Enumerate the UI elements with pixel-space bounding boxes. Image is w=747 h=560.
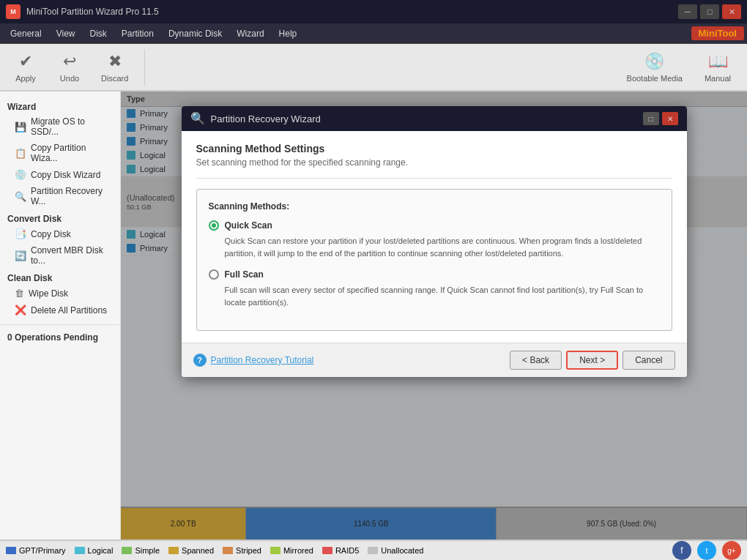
legend-label-striped: Striped [236,546,261,555]
back-button[interactable]: < Back [510,351,562,370]
modal-close-button[interactable]: ✕ [662,112,678,125]
footer-right: < Back Next > Cancel [510,351,674,370]
menu-disk[interactable]: Disk [83,26,114,42]
app-icon: M [6,4,21,19]
sidebar-item-wipe-disk[interactable]: 🗑 Wipe Disk [0,285,120,302]
next-button[interactable]: Next > [566,351,618,370]
wipe-disk-label: Wipe Disk [29,288,68,299]
tutorial-link[interactable]: Partition Recovery Tutorial [211,355,314,365]
full-scan-row[interactable]: Full Scan [209,269,660,280]
twitter-button[interactable]: t [697,541,716,560]
legend-color-raid5 [322,547,332,554]
manual-button[interactable]: 📖 Manual [696,49,740,86]
logo-mini: Mini [699,28,718,39]
partition-recovery-label: Partition Recovery W... [31,186,113,206]
sidebar-item-copy-partition[interactable]: 📋 Copy Partition Wiza... [0,140,120,166]
convert-disk-section-label: Convert Disk [0,209,120,225]
menu-wizard[interactable]: Wizard [229,26,271,42]
menu-general[interactable]: General [3,26,49,42]
copy-partition-label: Copy Partition Wiza... [31,143,113,163]
googleplus-button[interactable]: g+ [722,541,741,560]
legend-color-striped [223,547,233,554]
discard-icon: ✖ [108,52,122,71]
legend-color-gpt [6,547,16,554]
modal-footer: ? Partition Recovery Tutorial < Back Nex… [182,343,687,377]
legend-color-mirrored [270,547,280,554]
modal-content: Scanning Method Settings Set scanning me… [182,131,687,343]
facebook-button[interactable]: f [672,541,691,560]
full-scan-label: Full Scan [225,269,264,280]
sidebar-item-copy-disk[interactable]: 💿 Copy Disk Wizard [0,166,120,183]
apply-button[interactable]: ✔ Apply [7,49,44,86]
minimize-button[interactable]: ─ [678,4,697,19]
quick-scan-row[interactable]: Quick Scan [209,220,660,231]
copy-disk-label: Copy Disk Wizard [31,170,100,180]
wizard-section-label: Wizard [0,97,120,113]
full-scan-option: Full Scan Full scan will scan every sect… [209,269,660,308]
legend-label-simple: Simple [135,546,160,555]
main-area: Wizard 💾 Migrate OS to SSD/... 📋 Copy Pa… [0,92,747,540]
modal-titlebar: 🔍 Partition Recovery Wizard □ ✕ [182,106,687,131]
quick-scan-label: Quick Scan [225,220,272,231]
migrate-os-icon: 💾 [15,122,26,132]
disk-legend-bar: GPT/Primary Logical Simple Spanned Strip… [0,540,747,560]
legend-simple: Simple [122,546,160,555]
legend-spanned: Spanned [168,546,214,555]
scan-methods-box: Scanning Methods: Quick Scan Quick Scan … [196,189,672,331]
minitool-logo: MiniTool [691,26,744,40]
legend-label-unallocated: Unallocated [381,546,423,555]
sidebar-item-convert-mbr[interactable]: 🔄 Convert MBR Disk to... [0,242,120,269]
convert-mbr-icon: 🔄 [15,250,26,261]
content-area: Type Primary Primary Primary [121,92,747,540]
partition-recovery-icon: 🔍 [15,191,26,202]
convert-mbr-label: Convert MBR Disk to... [31,245,113,266]
legend-color-simple [122,547,132,554]
legend-striped: Striped [223,546,261,555]
full-scan-radio[interactable] [209,269,219,280]
legend-raid5: RAID5 [322,546,359,555]
sidebar-item-partition-recovery[interactable]: 🔍 Partition Recovery W... [0,183,120,209]
bootable-media-button[interactable]: 💿 Bootable Media [621,49,688,86]
copy-disk-icon: 💿 [15,169,26,180]
copy-partition-icon: 📋 [15,148,26,159]
modal-icon: 🔍 [190,111,205,126]
legend-unallocated: Unallocated [368,546,423,555]
cancel-button[interactable]: Cancel [622,351,674,370]
modal-window-controls: □ ✕ [643,112,678,125]
menu-dynamic-disk[interactable]: Dynamic Disk [161,26,229,42]
undo-icon: ↩ [63,52,76,71]
sidebar-item-copy-disk2[interactable]: 📑 Copy Disk [0,225,120,242]
menu-help[interactable]: Help [272,26,305,42]
modal-dialog: 🔍 Partition Recovery Wizard □ ✕ Scanning… [182,106,687,377]
bootable-media-icon: 💿 [644,52,664,71]
toolbar: ✔ Apply ↩ Undo ✖ Discard 💿 Bootable Medi… [0,44,747,92]
toolbar-separator [144,49,145,86]
legend-label-raid5: RAID5 [335,546,359,555]
menu-partition[interactable]: Partition [114,26,161,42]
legend-gpt-primary: GPT/Primary [6,546,66,555]
sidebar-item-migrate-os[interactable]: 💾 Migrate OS to SSD/... [0,113,120,140]
legend-color-unallocated [368,547,378,554]
modal-subtext: Set scanning method for the specified sc… [196,157,672,168]
copy-disk2-icon: 📑 [15,228,26,239]
modal-maximize-button[interactable]: □ [643,112,659,125]
quick-scan-desc: Quick Scan can restore your partition if… [225,235,660,259]
menu-view[interactable]: View [49,26,83,42]
modal-heading: Scanning Method Settings [196,143,672,154]
discard-button[interactable]: ✖ Discard [95,49,134,86]
sidebar-item-delete-all[interactable]: ❌ Delete All Partitions [0,302,120,318]
quick-scan-radio[interactable] [209,220,219,231]
toolbar-right: 💿 Bootable Media 📖 Manual [621,49,740,86]
modal-overlay: 🔍 Partition Recovery Wizard □ ✕ Scanning… [121,92,747,540]
footer-left: ? Partition Recovery Tutorial [193,354,314,367]
help-icon: ? [193,354,207,367]
undo-button[interactable]: ↩ Undo [51,49,88,86]
scan-methods-label: Scanning Methods: [209,201,660,212]
clean-disk-section-label: Clean Disk [0,269,120,285]
maximize-button[interactable]: □ [700,4,719,19]
sidebar: Wizard 💾 Migrate OS to SSD/... 📋 Copy Pa… [0,92,121,540]
close-button[interactable]: ✕ [722,4,741,19]
titlebar: M MiniTool Partition Wizard Pro 11.5 ─ □… [0,0,747,23]
copy-disk2-label: Copy Disk [31,229,71,239]
legend-label-logical: Logical [88,546,114,555]
